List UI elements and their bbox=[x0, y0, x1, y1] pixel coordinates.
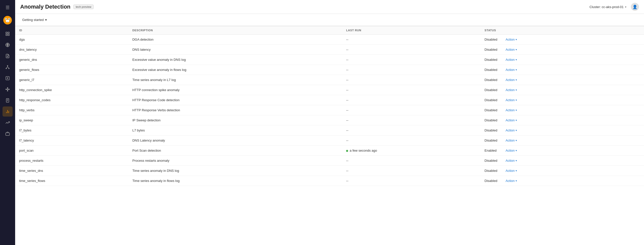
cell-lastrun: -- bbox=[342, 166, 480, 176]
cell-lastrun: -- bbox=[342, 95, 480, 105]
svg-point-15 bbox=[7, 89, 8, 90]
action-button[interactable]: Action ▾ bbox=[505, 77, 518, 82]
action-chevron-icon: ▾ bbox=[516, 68, 517, 71]
cell-description: Time series anomaly in DNS log bbox=[128, 166, 342, 176]
cell-id: dns_latency bbox=[15, 45, 128, 55]
status-value: Disabled bbox=[485, 68, 497, 72]
action-button[interactable]: Action ▾ bbox=[505, 178, 518, 183]
svg-rect-9 bbox=[8, 34, 9, 36]
action-button[interactable]: Action ▾ bbox=[505, 47, 518, 52]
cell-lastrun: a few seconds ago bbox=[342, 146, 480, 156]
cell-lastrun: -- bbox=[342, 85, 480, 95]
cell-id: port_scan bbox=[15, 146, 128, 156]
sidebar-item-topology[interactable] bbox=[3, 62, 13, 72]
cell-id: time_series_flows bbox=[15, 176, 128, 186]
cell-description: Time series anomaly in flows log bbox=[128, 176, 342, 186]
action-chevron-icon: ▾ bbox=[516, 78, 517, 81]
action-label: Action bbox=[506, 88, 515, 92]
page-header: Anomaly Detection tech preview Cluster: … bbox=[15, 0, 644, 14]
action-button[interactable]: Action ▾ bbox=[505, 148, 518, 153]
action-chevron-icon: ▾ bbox=[516, 58, 517, 61]
action-button[interactable]: Action ▾ bbox=[505, 158, 518, 163]
action-label: Action bbox=[506, 108, 515, 112]
status-value: Disabled bbox=[485, 128, 497, 132]
sidebar-item-anomaly[interactable] bbox=[3, 106, 13, 117]
cell-status: DisabledAction ▾ bbox=[481, 95, 523, 105]
svg-point-17 bbox=[9, 89, 10, 90]
main-content: Anomaly Detection tech preview Cluster: … bbox=[15, 0, 644, 245]
cell-status: DisabledAction ▾ bbox=[481, 75, 523, 85]
sidebar-item-dashboard[interactable] bbox=[3, 29, 13, 39]
table-row: http_verbsHTTP Response Verbs detection-… bbox=[15, 105, 644, 115]
action-button[interactable]: Action ▾ bbox=[505, 67, 518, 72]
action-label: Action bbox=[506, 139, 515, 142]
table-row: port_scanPort Scan detectiona few second… bbox=[15, 146, 644, 156]
action-chevron-icon: ▾ bbox=[516, 38, 517, 41]
action-button[interactable]: Action ▾ bbox=[505, 118, 518, 123]
sidebar-item-packages[interactable] bbox=[3, 129, 13, 139]
sidebar-item-federation[interactable] bbox=[3, 84, 13, 94]
sidebar-item-logs[interactable] bbox=[3, 51, 13, 61]
cell-lastrun: -- bbox=[342, 35, 480, 45]
action-label: Action bbox=[506, 68, 515, 72]
cell-status: DisabledAction ▾ bbox=[481, 65, 523, 75]
sidebar-item-trends[interactable] bbox=[3, 118, 13, 128]
anomaly-table: ID DESCRIPTION LAST RUN STATUS dgaDGA de… bbox=[15, 26, 644, 186]
getting-started-label: Getting started bbox=[22, 18, 44, 22]
getting-started-button[interactable]: Getting started ▾ bbox=[20, 17, 49, 23]
action-button[interactable]: Action ▾ bbox=[505, 108, 518, 113]
sidebar-item-network[interactable] bbox=[3, 40, 13, 50]
cluster-selector[interactable]: Cluster: cc-aks-prod-01 ▾ bbox=[587, 4, 628, 10]
cell-description: Time series anomaly in L7 log bbox=[128, 75, 342, 85]
hamburger-menu[interactable]: ☰ bbox=[3, 3, 13, 13]
action-button[interactable]: Action ▾ bbox=[505, 128, 518, 133]
sidebar-item-policies[interactable] bbox=[3, 73, 13, 83]
svg-point-11 bbox=[7, 65, 8, 66]
cell-id: process_restarts bbox=[15, 156, 128, 166]
status-value: Disabled bbox=[485, 98, 497, 102]
column-header-id: ID bbox=[15, 26, 128, 35]
action-chevron-icon: ▾ bbox=[516, 139, 517, 142]
action-button[interactable]: Action ▾ bbox=[505, 37, 518, 42]
header-left: Anomaly Detection tech preview bbox=[20, 4, 94, 10]
action-button[interactable]: Action ▾ bbox=[505, 138, 518, 143]
cell-id: http_response_codes bbox=[15, 95, 128, 105]
status-value: Disabled bbox=[485, 139, 497, 142]
cell-status: DisabledAction ▾ bbox=[481, 135, 523, 145]
action-label: Action bbox=[506, 159, 515, 162]
svg-point-3 bbox=[6, 19, 7, 20]
status-value: Disabled bbox=[485, 38, 497, 41]
status-value: Disabled bbox=[485, 108, 497, 112]
svg-point-12 bbox=[6, 68, 7, 69]
table-row: generic_l7Time series anomaly in L7 log-… bbox=[15, 75, 644, 85]
table-row: l7_latencyDNS Latency anomaly--DisabledA… bbox=[15, 135, 644, 146]
table-header: ID DESCRIPTION LAST RUN STATUS bbox=[15, 26, 644, 35]
action-button[interactable]: Action ▾ bbox=[505, 98, 518, 102]
action-chevron-icon: ▾ bbox=[516, 99, 517, 101]
cell-status: DisabledAction ▾ bbox=[481, 85, 523, 95]
cell-description: Process restarts anomaly bbox=[128, 156, 342, 166]
cell-id: http_verbs bbox=[15, 105, 128, 115]
cell-lastrun: -- bbox=[342, 176, 480, 186]
cell-status: DisabledAction ▾ bbox=[481, 115, 523, 125]
svg-rect-6 bbox=[6, 32, 7, 33]
table-row: ip_sweepIP Sweep detection--DisabledActi… bbox=[15, 115, 644, 125]
cell-description: DGA detection bbox=[128, 35, 342, 45]
cell-description: Excessive value anomaly in DNS log bbox=[128, 55, 342, 65]
action-button[interactable]: Action ▾ bbox=[505, 57, 518, 62]
action-chevron-icon: ▾ bbox=[516, 48, 517, 51]
sidebar-item-tasks[interactable] bbox=[3, 95, 13, 105]
action-button[interactable]: Action ▾ bbox=[505, 88, 518, 92]
table-row: l7_bytesL7 bytes--DisabledAction ▾ bbox=[15, 125, 644, 135]
cell-id: generic_flows bbox=[15, 65, 128, 75]
cluster-label: Cluster: cc-aks-prod-01 bbox=[590, 5, 624, 9]
action-button[interactable]: Action ▾ bbox=[505, 168, 518, 173]
user-avatar[interactable]: 👤 bbox=[631, 3, 639, 11]
svg-rect-8 bbox=[6, 34, 7, 36]
cell-lastrun: -- bbox=[342, 115, 480, 125]
cell-status: DisabledAction ▾ bbox=[481, 35, 523, 44]
header-right: Cluster: cc-aks-prod-01 ▾ 👤 bbox=[587, 3, 639, 11]
cell-id: ip_sweep bbox=[15, 115, 128, 125]
tech-preview-badge: tech preview bbox=[73, 5, 94, 9]
cell-description: DNS Latency anomaly bbox=[128, 135, 342, 146]
